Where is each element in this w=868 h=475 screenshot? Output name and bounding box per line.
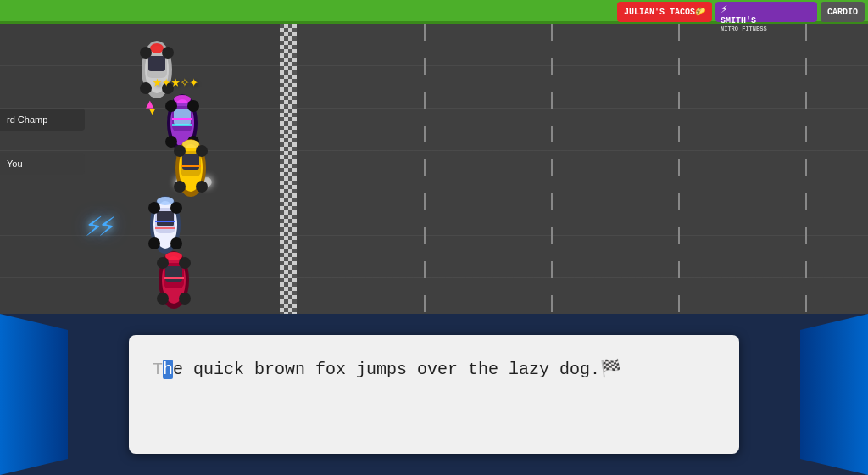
svg-rect-3 [148,56,165,71]
svg-point-19 [187,100,199,112]
svg-point-18 [165,100,177,112]
ad-julians[interactable]: Julian's Tacos 🌮 [617,2,712,22]
car-5-svg [153,246,195,314]
svg-point-7 [140,47,152,59]
checker-divider [280,24,297,314]
svg-point-4 [150,43,164,53]
svg-point-29 [196,145,208,157]
svg-point-5 [140,82,152,94]
car-5 [153,246,195,314]
typing-box[interactable]: The quick brown fox jumps over the lazy … [129,335,739,454]
svg-point-48 [179,293,191,305]
road-right [297,24,868,314]
bottom-panel: The quick brown fox jumps over the lazy … [0,314,868,475]
ad-smiths-name: Smith's [721,16,756,25]
ad-smiths-icon: ⚡ [721,2,727,16]
ad-bar: Julian's Tacos 🌮 ⚡ Smith's NITRO FITNESS… [617,0,868,24]
player-champ-label: rd Champ [7,115,47,125]
svg-rect-33 [157,211,174,226]
ad-julians-icon: 🌮 [695,7,705,17]
svg-point-46 [165,252,182,260]
lightning-effect: ⚡⚡ [85,208,111,245]
svg-point-15 [174,95,191,103]
svg-rect-23 [182,154,199,170]
player-badge-champ: rd Champ [0,109,85,131]
lane-line-2 [551,24,553,314]
lane-line-1 [424,24,426,314]
player-you-label: You [7,159,23,169]
player-badge-you: You [0,153,85,175]
ad-smiths[interactable]: ⚡ Smith's NITRO FITNESS [715,2,817,22]
lane-line-4 [805,24,807,314]
svg-point-40 [170,202,182,214]
typed-text: T [153,360,163,379]
flag-emoji: 🏁 [600,360,621,379]
svg-point-8 [162,47,174,59]
svg-point-36 [157,197,174,205]
svg-rect-44 [165,266,182,282]
svg-rect-12 [174,109,191,125]
svg-point-27 [196,181,208,193]
typing-line-2 [153,384,715,413]
ad-julians-text: Julian's Tacos [624,8,695,17]
ad-cardio-text: Cardio [827,8,858,17]
svg-point-50 [179,257,191,269]
svg-point-39 [148,202,160,214]
car-2-stars: ★✦★✧✦ [153,72,198,91]
lane-line-3 [678,24,680,314]
ad-cardio[interactable]: Cardio [821,2,865,22]
svg-point-28 [174,145,186,157]
svg-point-25 [182,140,199,148]
svg-point-49 [157,257,169,269]
svg-point-47 [157,293,169,305]
cursor-char: h [163,360,173,379]
typing-text: The quick brown fox jumps over the lazy … [153,355,715,384]
untyped-text: e quick brown fox jumps over the lazy do… [173,360,600,379]
ad-smiths-subtitle: NITRO FITNESS [721,25,767,32]
